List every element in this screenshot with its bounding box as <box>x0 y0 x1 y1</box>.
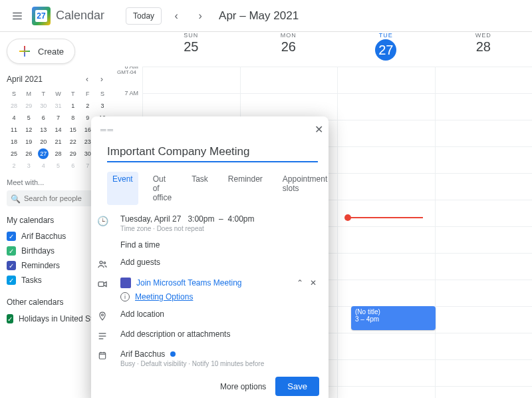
mini-prev-button[interactable]: ‹ <box>81 73 93 85</box>
event-start-time[interactable]: 3:00pm <box>188 214 214 224</box>
location-icon <box>91 309 114 321</box>
grid-row[interactable] <box>142 67 532 93</box>
organizer-name[interactable]: Arif Bacchus <box>120 349 165 359</box>
day-of-week: WED <box>435 32 533 39</box>
mini-day-cell[interactable]: 22 <box>66 136 80 148</box>
mini-day-cell[interactable]: 6 <box>66 160 80 172</box>
my-calendars-header[interactable]: My calendars <box>7 216 54 225</box>
tab-appointment-slots[interactable]: Appointment slots <box>277 172 332 205</box>
tab-out-of-office[interactable]: Out of office <box>148 172 177 205</box>
mini-day-cell[interactable]: 15 <box>66 124 80 136</box>
tab-event[interactable]: Event <box>107 172 138 205</box>
main-menu-icon[interactable] <box>8 7 27 25</box>
mini-day-cell[interactable]: 14 <box>51 124 65 136</box>
mini-day-cell[interactable]: 21 <box>51 136 65 148</box>
mini-day-cell[interactable]: 20 <box>36 136 51 148</box>
day-column-header[interactable]: WED28 <box>435 32 533 67</box>
day-column-header[interactable]: MON26 <box>240 32 338 67</box>
create-button[interactable]: Create <box>7 39 75 64</box>
mini-day-cell[interactable]: 5 <box>51 160 65 172</box>
prev-period-button[interactable]: ‹ <box>167 7 186 25</box>
chevron-up-icon[interactable]: ⌃ <box>297 278 303 288</box>
day-of-week: TUE <box>337 32 435 39</box>
video-icon <box>91 278 114 290</box>
mini-day-cell[interactable]: 2 <box>7 160 21 172</box>
mini-day-cell[interactable]: 11 <box>7 124 21 136</box>
add-description-button[interactable]: Add description or attachments <box>120 329 319 339</box>
day-column-header[interactable]: TUE27 <box>337 32 435 67</box>
create-label: Create <box>38 47 64 57</box>
date-range: Apr – May 2021 <box>219 9 299 23</box>
hour-label: 6 AM <box>113 67 142 90</box>
day-number: 25 <box>142 39 240 55</box>
other-calendars-header[interactable]: Other calendars <box>7 298 63 307</box>
mini-day-cell[interactable]: 7 <box>51 112 65 124</box>
svg-point-3 <box>100 261 102 264</box>
mini-day-cell[interactable]: 12 <box>21 124 36 136</box>
mini-day-cell[interactable]: 6 <box>36 112 51 124</box>
mini-day-cell[interactable]: 13 <box>36 124 51 136</box>
remove-conference-icon[interactable]: ✕ <box>310 278 317 288</box>
save-button[interactable]: Save <box>275 377 319 396</box>
grid-row[interactable] <box>142 93 532 120</box>
mini-day-cell[interactable]: 27 <box>36 148 51 160</box>
event-block[interactable]: (No title) 3 – 4pm <box>351 306 436 330</box>
mini-day-cell[interactable]: 26 <box>21 148 36 160</box>
day-number: 26 <box>240 39 338 55</box>
find-time-link[interactable]: Find a time <box>120 240 319 250</box>
mini-day-cell[interactable]: 3 <box>21 160 36 172</box>
mini-day-cell[interactable]: 19 <box>21 136 36 148</box>
today-button[interactable]: Today <box>126 7 162 25</box>
checkbox[interactable]: ✓ <box>7 246 16 256</box>
mini-day-cell[interactable]: 31 <box>51 100 65 112</box>
teams-icon <box>120 278 131 288</box>
drag-handle-icon[interactable]: ══ <box>100 125 114 134</box>
mini-day-cell[interactable]: 29 <box>66 148 80 160</box>
event-title: (No title) <box>355 308 432 315</box>
event-time: 3 – 4pm <box>355 315 432 323</box>
event-end-time[interactable]: 4:00pm <box>227 214 254 224</box>
checkbox[interactable]: ✓ <box>7 261 16 270</box>
mini-day-cell[interactable]: 5 <box>21 112 36 124</box>
organizer-sub[interactable]: Busy · Default visibility · Notify 10 mi… <box>120 360 319 367</box>
mini-dow: W <box>51 88 65 100</box>
more-options-button[interactable]: More options <box>220 382 266 391</box>
next-period-button[interactable]: › <box>191 7 209 25</box>
mini-day-cell[interactable]: 4 <box>7 112 21 124</box>
plus-icon <box>18 45 31 58</box>
mini-day-cell[interactable]: 25 <box>7 148 21 160</box>
teams-join-link[interactable]: Join Microsoft Teams Meeting <box>136 278 242 288</box>
people-search-input[interactable] <box>7 190 100 206</box>
add-guests-button[interactable]: Add guests <box>120 258 319 267</box>
topbar: 27 Calendar Today ‹ › Apr – May 2021 <box>0 0 532 32</box>
event-title-input[interactable] <box>107 142 318 162</box>
mini-day-cell[interactable]: 18 <box>7 136 21 148</box>
tab-task[interactable]: Task <box>186 172 213 205</box>
add-location-button[interactable]: Add location <box>120 309 319 319</box>
mini-day-cell[interactable]: 30 <box>36 100 51 112</box>
svg-rect-10 <box>99 353 105 359</box>
organizer-color-dot <box>170 351 176 357</box>
mini-day-cell[interactable]: 29 <box>21 100 36 112</box>
mini-dow: F <box>80 88 95 100</box>
mini-day-cell[interactable]: 3 <box>95 100 110 112</box>
mini-next-button[interactable]: › <box>96 73 108 85</box>
event-date[interactable]: Tuesday, April 27 <box>120 214 181 224</box>
mini-day-cell[interactable]: 1 <box>66 100 80 112</box>
checkbox[interactable]: ✓ <box>7 232 16 241</box>
checkbox[interactable]: ✓ <box>7 314 13 323</box>
now-indicator <box>348 217 423 218</box>
mini-day-cell[interactable]: 8 <box>66 112 80 124</box>
mini-day-cell[interactable]: 4 <box>36 160 51 172</box>
timezone-repeat-line[interactable]: Time zone · Does not repeat <box>120 225 319 232</box>
day-column-header[interactable]: SUN25 <box>142 32 240 67</box>
mini-day-cell[interactable]: 2 <box>80 100 95 112</box>
tab-reminder[interactable]: Reminder <box>223 172 268 205</box>
calendar-small-icon <box>91 349 114 360</box>
meeting-options-link[interactable]: Meeting Options <box>135 292 193 301</box>
close-icon[interactable]: ✕ <box>315 123 323 136</box>
checkbox[interactable]: ✓ <box>7 276 16 285</box>
mini-day-cell[interactable]: 28 <box>51 148 65 160</box>
description-icon <box>91 329 114 341</box>
mini-day-cell[interactable]: 28 <box>7 100 21 112</box>
